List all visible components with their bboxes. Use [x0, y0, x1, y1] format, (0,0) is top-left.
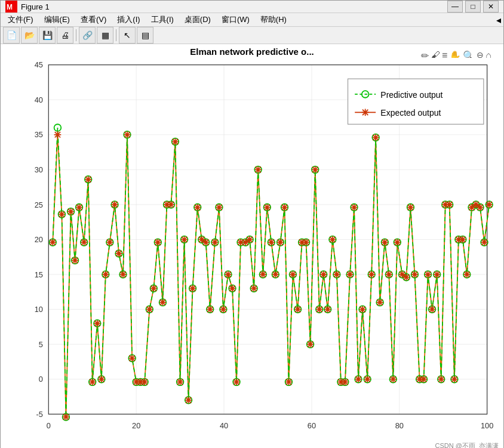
toolbar: 📄 📂 💾 🖨 🔗 ▦ ↖ ▤ — [1, 27, 503, 44]
svg-text:80: 80 — [395, 421, 404, 430]
window-controls: — □ ✕ — [447, 1, 499, 13]
menu-desktop[interactable]: 桌面(D) — [180, 13, 216, 26]
data-button[interactable]: ▤ — [137, 27, 153, 44]
svg-text:100: 100 — [481, 421, 493, 430]
svg-text:0: 0 — [39, 375, 43, 384]
chart-container: -5 0 5 10 15 20 25 30 35 40 45 — [3, 58, 501, 448]
title-bar-left: M Figure 1 — [5, 1, 50, 13]
svg-text:Predictive output: Predictive output — [380, 90, 442, 100]
y-axis-label — [3, 58, 14, 448]
matlab-icon: M — [5, 1, 17, 13]
menu-window[interactable]: 窗口(W) — [217, 13, 254, 26]
svg-text:5: 5 — [39, 340, 43, 349]
separator-1 — [76, 29, 76, 41]
plot-area: Elman network predictive o... ✏ 🖌 ≡ ✋ 🔍 … — [1, 44, 503, 448]
svg-text:-5: -5 — [36, 410, 43, 419]
open-button[interactable]: 📂 — [21, 27, 38, 44]
svg-text:35: 35 — [35, 130, 43, 139]
menu-file[interactable]: 文件(F) — [3, 13, 38, 26]
window-title: Figure 1 — [21, 2, 50, 11]
chart-svg: -5 0 5 10 15 20 25 30 35 40 45 — [14, 58, 501, 448]
menu-edit[interactable]: 编辑(E) — [39, 13, 75, 26]
new-button[interactable]: 📄 — [3, 27, 20, 44]
svg-text:Expected output: Expected output — [380, 108, 441, 118]
svg-text:40: 40 — [35, 95, 43, 104]
separator-2 — [116, 29, 116, 41]
svg-text:15: 15 — [35, 270, 43, 279]
svg-text:M: M — [7, 3, 13, 11]
chart-inner: -5 0 5 10 15 20 25 30 35 40 45 — [14, 58, 501, 448]
collapse-icon[interactable]: ◂ — [496, 14, 501, 26]
menu-insert[interactable]: 插入(I) — [112, 13, 145, 26]
save-button[interactable]: 💾 — [39, 27, 56, 44]
cursor-button[interactable]: ↖ — [119, 27, 136, 44]
svg-text:25: 25 — [35, 200, 43, 209]
menu-tools[interactable]: 工具(I) — [146, 13, 179, 26]
svg-text:40: 40 — [220, 421, 228, 430]
menu-bar: 文件(F) 编辑(E) 查看(V) 插入(I) 工具(I) 桌面(D) 窗口(W… — [1, 13, 503, 27]
minimize-button[interactable]: — — [447, 1, 463, 13]
svg-text:10: 10 — [35, 305, 43, 314]
svg-text:45: 45 — [35, 60, 43, 69]
svg-text:30: 30 — [35, 165, 43, 174]
menu-view[interactable]: 查看(V) — [76, 13, 111, 26]
link-button[interactable]: 🔗 — [79, 27, 96, 44]
title-bar: M Figure 1 — □ ✕ — [1, 1, 503, 13]
layout-button[interactable]: ▦ — [97, 27, 113, 44]
chart-plot: -5 0 5 10 15 20 25 30 35 40 45 — [14, 58, 501, 448]
menu-help[interactable]: 帮助(H) — [256, 13, 291, 26]
svg-text:0: 0 — [47, 421, 51, 430]
print-button[interactable]: 🖨 — [57, 27, 73, 44]
svg-text:20: 20 — [132, 421, 140, 430]
close-button[interactable]: ✕ — [483, 1, 499, 13]
watermark: CSDN @不雨_亦满潇 — [435, 441, 499, 448]
maximize-button[interactable]: □ — [465, 1, 481, 13]
matlab-figure-window: M Figure 1 — □ ✕ 文件(F) 编辑(E) 查看(V) 插入(I)… — [0, 0, 504, 448]
svg-text:20: 20 — [35, 235, 43, 244]
svg-text:60: 60 — [308, 421, 316, 430]
